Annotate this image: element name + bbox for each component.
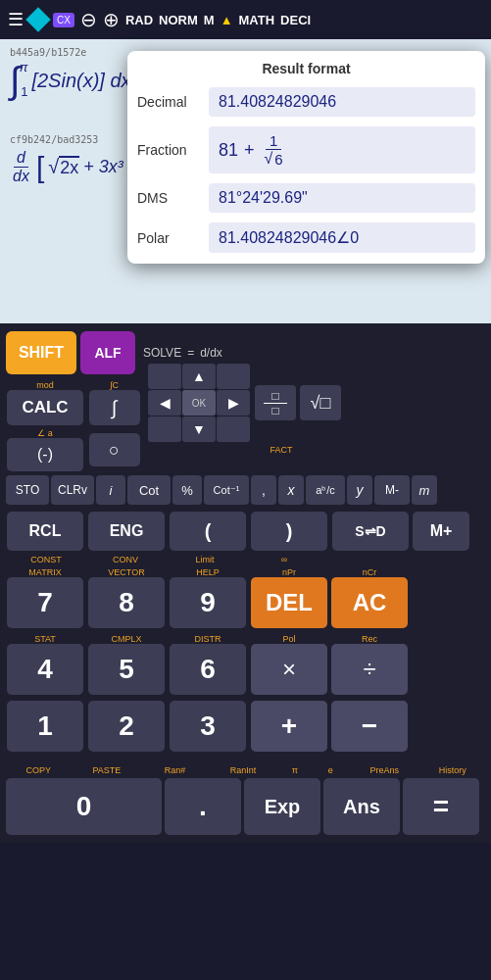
num3-button[interactable]: 3 <box>170 701 246 752</box>
i-button[interactable]: i <box>96 475 125 505</box>
arrow-center[interactable]: OK <box>182 390 216 416</box>
shift-button[interactable]: SHIFT <box>6 331 76 374</box>
num7-button[interactable]: 7 <box>7 577 83 628</box>
ab-c-button[interactable]: aᵇ/c <box>306 475 345 505</box>
mode-deci[interactable]: DECI <box>280 13 311 27</box>
mode-math[interactable]: MATH <box>239 13 275 27</box>
ac-button[interactable]: AC <box>331 577 408 628</box>
solve-label: SOLVE <box>143 346 181 360</box>
arrow-pad: ▲ ◀ OK ▶ ▼ <box>148 364 250 442</box>
pol-sub: Pol <box>282 634 295 644</box>
fraction-button[interactable]: □ □ <box>255 385 296 420</box>
calc-mode-icon: CX <box>53 13 74 27</box>
eng-button[interactable]: ENG <box>88 512 165 551</box>
result-format-overlay[interactable]: Result format Decimal 81.40824829046 Fra… <box>127 51 485 264</box>
integral-lower: 1 <box>21 84 27 99</box>
arrow-left[interactable]: ◀ <box>148 390 181 416</box>
minus-button[interactable]: − <box>331 701 408 752</box>
percent-button[interactable]: % <box>172 475 202 505</box>
result-format-dms-row[interactable]: DMS 81°24'29.69" <box>127 178 485 218</box>
fraction-label: Fraction <box>137 142 201 158</box>
dms-label: DMS <box>137 190 201 206</box>
expr1-body: [2Sin(x)] dx <box>31 70 130 92</box>
decimal-label: Decimal <box>137 94 201 110</box>
angle-sub: ∠ a <box>37 428 53 438</box>
preans-label: PreAns <box>352 765 417 775</box>
num9-button[interactable]: 9 <box>170 577 246 628</box>
expr2-body2: + 3x³ <box>83 157 123 177</box>
ans-button[interactable]: Ans <box>323 778 400 835</box>
minus-circle-btn[interactable]: ⊖ <box>80 8 97 31</box>
neg-button[interactable]: (-) <box>7 438 83 471</box>
plus-button[interactable]: + <box>251 701 327 752</box>
calc-integral-row: mod CALC ∫C ∫ ▲ ◀ OK ▶ ▼ □ □ √□ <box>4 378 487 427</box>
arrow-right[interactable]: ▶ <box>217 390 250 416</box>
mode-norm[interactable]: NORM <box>159 13 198 27</box>
x-button[interactable]: x <box>278 475 304 505</box>
m-button[interactable]: m <box>412 475 437 505</box>
display-area: b445a9/b1572e ∫ π 1 [2Sin(x)] dx 3.08060… <box>0 39 491 323</box>
ranint-label: RanInt <box>211 765 276 775</box>
plus-circle-btn[interactable]: ⊕ <box>103 8 120 31</box>
result-format-decimal-row[interactable]: Decimal 81.40824829046 <box>127 82 485 122</box>
sto-button[interactable]: STO <box>6 475 49 505</box>
integral-sub: ∫C <box>110 380 119 390</box>
menu-icon[interactable]: ☰ <box>8 9 24 30</box>
equals-small-label: = <box>187 346 194 360</box>
arrow-top-right[interactable] <box>217 364 250 389</box>
arrow-top-left[interactable] <box>148 364 181 389</box>
num2-button[interactable]: 2 <box>88 701 165 752</box>
multiply-button[interactable]: × <box>251 644 327 695</box>
copy-label: COPY <box>6 765 72 775</box>
num6-button[interactable]: 6 <box>170 644 246 695</box>
alpha-button[interactable]: ALF <box>80 331 135 374</box>
arrow-up[interactable]: ▲ <box>182 364 216 389</box>
close-paren-button[interactable]: ) <box>251 512 327 551</box>
calc-button[interactable]: CALC <box>7 390 83 425</box>
rcl-button[interactable]: RCL <box>7 512 83 551</box>
y-button[interactable]: y <box>347 475 372 505</box>
del-button[interactable]: DEL <box>251 577 327 628</box>
arrow-bottom-right[interactable] <box>217 416 250 442</box>
m-plus-button[interactable]: M+ <box>413 512 469 551</box>
divide-button[interactable]: ÷ <box>331 644 408 695</box>
mode-rad[interactable]: RAD <box>125 13 153 27</box>
help-sub: HELP <box>196 567 220 577</box>
npr-sub: nPr <box>282 567 296 577</box>
sd-button[interactable]: S⇌D <box>332 512 409 551</box>
result-format-polar-row[interactable]: Polar 81.40824829046∠0 <box>127 218 485 258</box>
cot-inv-button[interactable]: Cot⁻¹ <box>204 475 249 505</box>
arrow-down[interactable]: ▼ <box>182 416 216 442</box>
cot-button[interactable]: Cot <box>127 475 171 505</box>
fraction-value-box: 81 + 1 √6 <box>209 126 475 173</box>
integral-button[interactable]: ∫ <box>89 390 140 425</box>
dms-value-box: 81°24'29.69" <box>209 183 475 213</box>
stat-sub: STAT <box>34 634 56 644</box>
m-minus-button[interactable]: M- <box>374 475 410 505</box>
result-format-fraction-row[interactable]: Fraction 81 + 1 √6 <box>127 122 485 178</box>
matrix-sub: MATRIX <box>28 567 61 577</box>
num0-button[interactable]: 0 <box>6 778 162 835</box>
diamond-icon <box>25 7 50 31</box>
open-paren-button[interactable]: ( <box>170 512 246 551</box>
mode-m[interactable]: M <box>204 13 215 27</box>
num1-button[interactable]: 1 <box>7 701 83 752</box>
num8-button[interactable]: 8 <box>88 577 165 628</box>
num4-button[interactable]: 4 <box>7 644 83 695</box>
dot-button[interactable]: . <box>165 778 241 835</box>
sqrt-button[interactable]: √□ <box>300 385 341 420</box>
row-456: STAT 4 CMPLX 5 DISTR 6 Pol × Rec ÷ <box>4 632 487 699</box>
circle-button[interactable]: ○ <box>89 433 140 466</box>
limit-label: Limit <box>167 555 243 564</box>
arrow-bottom-left[interactable] <box>148 416 181 442</box>
solve-label-group: SOLVE = d/dx <box>139 346 226 360</box>
expr2-bracket-open: [ <box>36 151 44 184</box>
num5-button[interactable]: 5 <box>88 644 165 695</box>
comma-button[interactable]: , <box>251 475 276 505</box>
equals-button[interactable]: = <box>403 778 479 835</box>
history-label: History <box>419 765 485 775</box>
exp-button[interactable]: Exp <box>244 778 320 835</box>
rec-sub: Rec <box>362 634 377 644</box>
result-format-title: Result format <box>127 57 485 82</box>
clrv-button[interactable]: CLRv <box>51 475 94 505</box>
